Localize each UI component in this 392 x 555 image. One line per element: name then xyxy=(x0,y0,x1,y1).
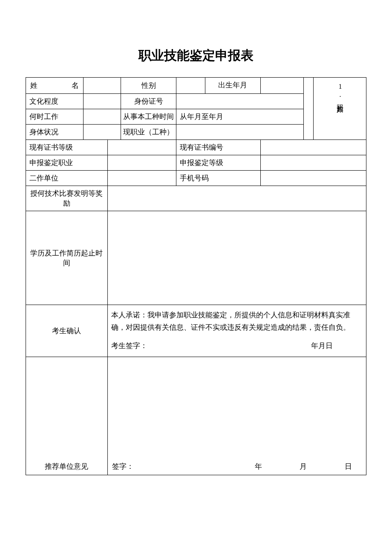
label-phone: 手机号码 xyxy=(176,171,260,186)
field-apply-level[interactable] xyxy=(260,155,366,171)
label-work-unit: 二作单位 xyxy=(26,171,108,186)
pledge-text: 本人承诺：我申请参加职业技能鉴定，所提供的个人信息和证明材料真实准确，对因提供有… xyxy=(111,309,363,334)
field-gender[interactable] xyxy=(176,78,205,94)
label-confirm: 考生确认 xyxy=(26,305,108,357)
label-awards: 授何技术比赛发明等奖励 xyxy=(26,186,108,211)
field-birth[interactable] xyxy=(260,78,304,94)
field-edu-level[interactable] xyxy=(84,94,121,109)
label-id-number: 身份证号 xyxy=(121,94,176,109)
field-id-number[interactable] xyxy=(176,94,304,109)
label-cert-number: 现有证书编号 xyxy=(176,140,260,155)
field-health[interactable] xyxy=(84,125,121,140)
field-work-unit[interactable] xyxy=(107,171,176,186)
label-work-type-period: 从事本工种时间 xyxy=(121,109,176,125)
label-start-work: 何时工作 xyxy=(26,109,84,125)
recommend-day: 日 xyxy=(307,462,352,471)
field-name[interactable] xyxy=(84,78,121,94)
recommend-cell: 签字： 年 月 日 xyxy=(107,357,366,475)
field-apply-occupation[interactable] xyxy=(107,155,176,171)
label-health: 身体状况 xyxy=(26,125,84,140)
photo-divider xyxy=(304,78,314,140)
label-recommend: 推荐单位意见 xyxy=(26,357,108,475)
recommend-sign-label: 签字： xyxy=(112,462,199,471)
photo-label: 1.照片如 xyxy=(335,83,344,102)
recommend-year: 年 xyxy=(199,462,262,471)
recommend-month: 月 xyxy=(262,462,307,471)
label-current-occupation: 现职业（工种） xyxy=(121,125,176,140)
label-apply-level: 申报鉴定等级 xyxy=(176,155,260,171)
field-cert-level[interactable] xyxy=(107,140,176,155)
confirm-date-label: 年月日 xyxy=(311,340,363,352)
field-resume[interactable] xyxy=(107,211,366,305)
field-phone[interactable] xyxy=(260,171,366,186)
label-gender: 性别 xyxy=(121,78,176,94)
field-current-occupation[interactable] xyxy=(176,125,304,140)
application-form-table: 姓 名 性别 出生年月 1.照片如 文化程度 身份证号 何时工作 从事本工种时间… xyxy=(26,77,366,475)
page-title: 职业技能鉴定申报表 xyxy=(26,47,366,64)
confirm-sign-label: 考生签字： xyxy=(111,340,147,352)
confirm-cell: 本人承诺：我申请参加职业技能鉴定，所提供的个人信息和证明材料真实准确，对因提供有… xyxy=(107,305,366,357)
field-cert-number[interactable] xyxy=(260,140,366,155)
field-work-period[interactable]: 从年月至年月 xyxy=(176,109,304,125)
photo-cell: 1.照片如 xyxy=(313,78,366,140)
label-edu-level: 文化程度 xyxy=(26,94,84,109)
field-start-work[interactable] xyxy=(84,109,121,125)
label-resume: 学历及工作简历起止时间 xyxy=(26,211,108,305)
label-name: 姓 名 xyxy=(26,78,84,94)
label-cert-level: 现有证书等级 xyxy=(26,140,108,155)
field-awards[interactable] xyxy=(107,186,366,211)
label-apply-occupation: 申报鉴定职业 xyxy=(26,155,108,171)
label-birth: 出生年月 xyxy=(205,78,260,94)
